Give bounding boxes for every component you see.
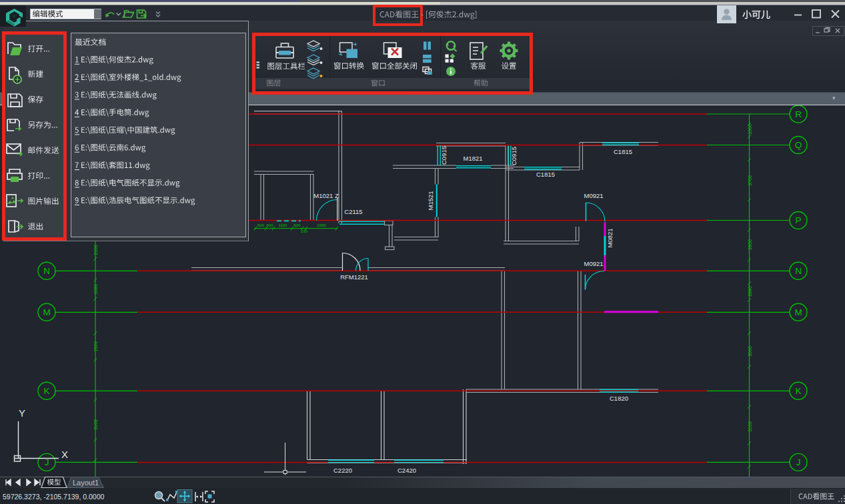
svg-text:M1521: M1521 (427, 191, 434, 210)
svg-text:M0821: M0821 (606, 228, 614, 247)
svg-text:RFM1221: RFM1221 (340, 273, 368, 281)
svg-text:2100: 2100 (93, 245, 98, 255)
svg-text:1000: 1000 (317, 223, 326, 227)
svg-text:X: X (61, 449, 68, 460)
svg-text:M: M (43, 307, 50, 317)
svg-text:2880: 2880 (748, 286, 752, 297)
svg-text:3100: 3100 (93, 419, 98, 430)
svg-text:M0921: M0921 (584, 192, 603, 199)
svg-text:N: N (43, 266, 50, 276)
svg-text:C2115: C2115 (344, 208, 362, 215)
svg-text:J: J (796, 457, 801, 467)
svg-text:Y: Y (19, 407, 25, 419)
svg-text:2800: 2800 (748, 239, 752, 250)
svg-text:C0915: C0915 (440, 146, 448, 165)
svg-text:C1815: C1815 (536, 171, 555, 178)
svg-text:K: K (43, 386, 49, 396)
svg-text:J: J (45, 457, 49, 467)
svg-text:C1820: C1820 (610, 395, 628, 402)
svg-text:1080: 1080 (93, 284, 98, 295)
svg-text:C2420: C2420 (397, 467, 416, 474)
svg-text:230: 230 (301, 229, 308, 233)
svg-text:C1815: C1815 (614, 148, 632, 155)
svg-text:1000: 1000 (748, 124, 752, 135)
svg-text:R: R (795, 109, 802, 119)
svg-text:3100: 3100 (748, 421, 752, 432)
svg-text:600: 600 (266, 223, 273, 227)
svg-text:1100: 1100 (279, 223, 288, 227)
svg-text:M1821: M1821 (463, 155, 482, 162)
svg-text:C0915: C0915 (510, 147, 518, 165)
svg-text:K: K (795, 386, 801, 396)
svg-text:1500: 1500 (93, 341, 98, 352)
svg-text:Q: Q (795, 140, 802, 150)
svg-text:M1021 Z: M1021 Z (313, 192, 339, 199)
svg-text:C2220: C2220 (333, 467, 352, 474)
svg-text:M: M (794, 307, 802, 317)
svg-text:P: P (795, 215, 801, 225)
svg-text:3000: 3000 (748, 346, 752, 357)
svg-text:M0921: M0921 (584, 260, 603, 267)
svg-text:600: 600 (293, 223, 301, 227)
svg-text:3700: 3700 (748, 175, 752, 186)
svg-text:600: 600 (257, 223, 265, 227)
svg-text:N: N (795, 266, 802, 276)
